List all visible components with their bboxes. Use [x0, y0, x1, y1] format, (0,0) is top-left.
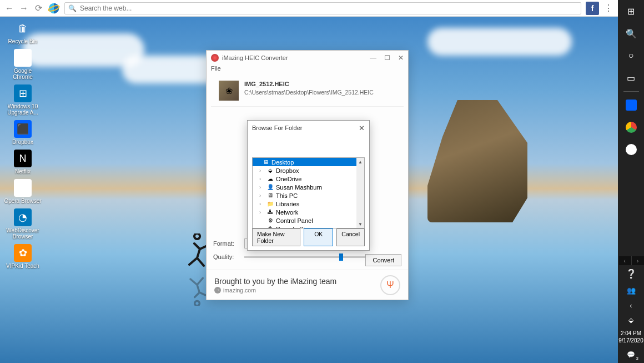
tree-item-desktop[interactable]: 🖥Desktop [253, 158, 364, 166]
dropbox-taskbar-icon[interactable] [618, 94, 644, 116]
icon-label: VIPKid Teach [6, 263, 39, 269]
file-thumbnail: ❀ [219, 81, 239, 101]
dropbox-tray-icon[interactable]: ⬙ [618, 313, 644, 327]
browse-dialog-title: Browse For Folder [252, 125, 359, 131]
app-icon: ◔ [14, 208, 32, 226]
facebook-icon[interactable]: f [586, 2, 599, 15]
tree-item-label: OneDrive [276, 176, 301, 182]
tree-item-susan-mashburn[interactable]: ›👤Susan Mashburn [253, 183, 364, 191]
app-taskbar-icon[interactable] [618, 138, 644, 161]
icon-label: Opera Browser [4, 198, 41, 204]
imazing-footer: Brought to you by the iMazing team → ima… [207, 270, 408, 300]
tree-item-label: Libraries [276, 201, 299, 207]
minimize-button[interactable]: — [370, 54, 376, 62]
cancel-button[interactable]: Cancel [336, 228, 365, 246]
convert-button[interactable]: Convert [365, 254, 401, 266]
more-menu-button[interactable]: ⋮ [603, 3, 613, 13]
notifications-button[interactable]: 💬3 [618, 346, 644, 363]
ok-button[interactable]: OK [304, 228, 333, 246]
tree-item-this-pc[interactable]: ›🖥This PC [253, 191, 364, 200]
quality-slider[interactable] [244, 256, 384, 258]
icon-label: Netflix [15, 168, 31, 175]
expander-icon[interactable]: › [259, 176, 265, 182]
tree-item-network[interactable]: ›🖧Network [253, 208, 364, 216]
clock[interactable]: 2:04 PM 9/17/2020 [618, 327, 643, 346]
reload-button[interactable]: ⟳ [33, 3, 43, 13]
tree-item-label: Desktop [271, 159, 294, 166]
desktop-icon-webdiscover-browser[interactable]: ◔WebDiscover Browser [3, 208, 42, 240]
expander-icon[interactable]: › [259, 185, 265, 190]
expander-icon[interactable]: › [259, 168, 265, 173]
file-menu[interactable]: File [211, 65, 221, 72]
browse-dialog-titlebar[interactable]: Browse For Folder ✕ [248, 121, 369, 135]
cortana-icon[interactable]: ○ [618, 44, 644, 67]
browser-toolbar: ← → ⟳ 🔍 f ⋮ [0, 0, 618, 17]
tree-item-label: Control Panel [276, 217, 313, 224]
desktop-icon-windows-10-upgrade-a-[interactable]: ⊞Windows 10 Upgrade A... [3, 84, 42, 116]
app-icon: ⬛ [14, 120, 32, 138]
chrome-taskbar-icon[interactable] [618, 116, 644, 138]
desktop-icon-recycle-bin[interactable]: 🗑Recycle Bin [3, 19, 42, 44]
clock-time: 2:04 PM [618, 330, 643, 337]
icon-label: Google Chrome [4, 68, 42, 80]
folder-icon: ⚙ [266, 217, 274, 224]
tree-item-label: This PC [276, 192, 298, 199]
tree-item-recycle-bin[interactable]: 🗑Recycle Bin [253, 225, 364, 228]
forward-button[interactable]: → [19, 3, 29, 13]
scroll-left-button[interactable]: ‹ [618, 256, 631, 265]
tree-item-libraries[interactable]: ›📁Libraries [253, 200, 364, 208]
imazing-title: iMazing HEIC Converter [222, 54, 370, 61]
expander-icon[interactable]: › [259, 210, 265, 215]
task-view-icon[interactable]: ▭ [618, 67, 644, 89]
scroll-up-button[interactable]: ▲ [356, 158, 364, 166]
close-icon[interactable]: ✕ [359, 124, 365, 132]
clock-date: 9/17/2020 [618, 337, 643, 344]
scroll-right-button[interactable]: › [631, 256, 645, 265]
people-tray-icon[interactable]: 👥 [618, 282, 644, 299]
maximize-button[interactable]: ☐ [384, 54, 390, 62]
app-icon: ✿ [14, 244, 32, 262]
expander-icon[interactable]: › [259, 193, 265, 198]
footer-link[interactable]: → imazing.com [214, 287, 380, 294]
desktop-icon-google-chrome[interactable]: ◉Google Chrome [3, 49, 42, 80]
expander-icon[interactable]: › [259, 201, 265, 207]
tree-item-dropbox[interactable]: ›⬙Dropbox [253, 166, 364, 175]
search-input[interactable] [80, 4, 577, 12]
quality-label: Quality: [213, 253, 240, 260]
icon-label: Windows 10 Upgrade A... [4, 103, 42, 116]
desktop-icon-vipkid-teach[interactable]: ✿VIPKid Teach [3, 244, 42, 269]
icon-label: Recycle Bin [8, 38, 38, 44]
tree-item-onedrive[interactable]: ›☁OneDrive [253, 175, 364, 183]
help-tray-icon[interactable]: ❔ [618, 265, 644, 282]
search-box[interactable]: 🔍 [64, 2, 581, 14]
browse-folder-dialog: Browse For Folder ✕ 🖥Desktop›⬙Dropbox›☁O… [247, 120, 370, 251]
desktop-icon-dropbox[interactable]: ⬛Dropbox [3, 120, 42, 145]
imazing-titlebar[interactable]: iMazing HEIC Converter — ☐ ✕ [207, 51, 408, 65]
desktop-icon-netflix[interactable]: NNetflix [3, 150, 42, 175]
file-item[interactable]: ❀ IMG_2512.HEIC C:\Users\stmas\Desktop\F… [211, 75, 404, 107]
browser-logo-icon [48, 2, 60, 14]
tree-scrollbar[interactable]: ▲ ▼ [356, 158, 364, 228]
overflow-tray-icon[interactable]: ‹ [618, 299, 644, 313]
folder-icon: 🖧 [266, 209, 274, 216]
tree-item-control-panel[interactable]: ⚙Control Panel [253, 216, 364, 225]
notification-count: 3 [636, 356, 638, 361]
desktop-icons: 🗑Recycle Bin◉Google Chrome⊞Windows 10 Up… [3, 19, 42, 269]
scroll-down-button[interactable]: ▼ [356, 220, 364, 228]
make-new-folder-button[interactable]: Make New Folder [252, 228, 300, 246]
desktop-icon-opera-browser[interactable]: OOpera Browser [3, 179, 42, 204]
folder-icon: ⬙ [266, 167, 274, 174]
format-label: Format: [213, 240, 240, 247]
close-button[interactable]: ✕ [398, 54, 404, 62]
back-button[interactable]: ← [4, 3, 14, 13]
app-icon: 🗑 [14, 19, 32, 37]
tree-item-label: Network [276, 209, 298, 216]
windows-sidebar: ⊞ 🔍 ○ ▭ ‹ › ❔ 👥 ‹ ⬙ 2:04 PM 9/17/2020 💬3 [618, 0, 644, 363]
app-icon: N [14, 150, 32, 167]
tree-item-label: Dropbox [276, 167, 299, 174]
windows-logo-icon[interactable]: ⊞ [618, 0, 644, 22]
menu-bar: File [207, 65, 408, 75]
search-icon[interactable]: 🔍 [618, 22, 644, 44]
folder-icon: 📁 [266, 201, 274, 207]
taskbar-scroll: ‹ › [618, 256, 644, 265]
